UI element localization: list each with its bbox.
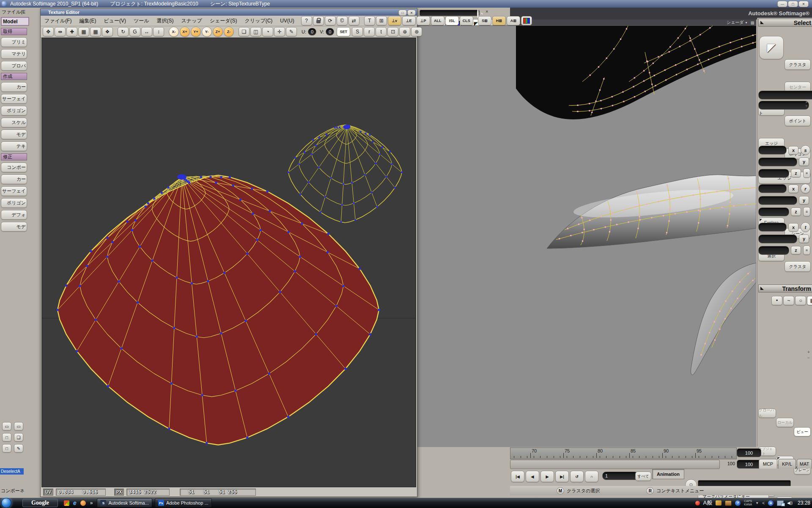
plus-icon[interactable]: + xyxy=(807,350,810,354)
audio-button[interactable]: ∩ xyxy=(585,471,598,482)
sidebar-item-2-1[interactable]: カー xyxy=(1,174,27,184)
axis-button-x[interactable]: x xyxy=(788,223,798,232)
te-menu-4[interactable]: 選択(S) xyxy=(157,17,174,25)
pivot-icon[interactable]: ⊕ xyxy=(399,27,410,36)
set-button[interactable]: SET xyxy=(337,27,350,36)
tray-collapse-icon[interactable]: < xyxy=(762,501,765,505)
viewport-grid-icon[interactable]: ▦ xyxy=(751,20,754,25)
sidebar-item-0-0[interactable]: プリミ xyxy=(1,37,27,47)
rotate-x-minus-button[interactable]: X- xyxy=(169,27,179,37)
animation-dropdown[interactable]: Animation xyxy=(652,469,684,479)
transform-field-t-x[interactable] xyxy=(758,223,787,232)
copyright-icon[interactable]: © xyxy=(337,16,348,25)
match-uv-alt-icon[interactable]: ▦ xyxy=(90,27,101,36)
tab-mcp[interactable]: MCP xyxy=(759,459,777,469)
rotate-tool-button[interactable]: r xyxy=(364,27,375,36)
caps-kana-indicator[interactable]: CAPSKANA xyxy=(744,500,752,506)
end-frame-box[interactable]: 100 xyxy=(737,448,761,457)
prev-frame-button[interactable]: ◀ xyxy=(526,471,539,482)
proj-planar-icon[interactable]: ✛ xyxy=(274,27,285,36)
alert-tray-icon[interactable] xyxy=(695,501,700,505)
axis-button-z[interactable]: z xyxy=(791,246,801,254)
taskbar-task-0[interactable]: SAutodesk Softima... xyxy=(97,498,152,508)
uv-add-icon[interactable]: ✚ xyxy=(66,27,77,36)
refresh-icon[interactable]: ⟳ xyxy=(325,16,336,25)
swatch2-icon[interactable]: □ xyxy=(2,444,11,453)
a-tray-icon[interactable]: a xyxy=(768,500,774,506)
launcher-orange-icon[interactable] xyxy=(80,500,86,506)
current-frame-field[interactable]: 1 xyxy=(602,472,639,480)
selection-field[interactable] xyxy=(758,91,812,99)
r-transform-button[interactable]: r xyxy=(801,184,810,193)
flip-v-icon[interactable]: ↕ xyxy=(153,27,164,36)
maximize-button[interactable]: □ xyxy=(788,1,798,7)
pin-v-icon[interactable]: ⊥v xyxy=(388,16,401,25)
scale-tool-button[interactable]: S xyxy=(352,27,363,36)
snap-grid-icon[interactable]: ▦ xyxy=(807,296,812,305)
deselect-all-button[interactable]: DeselectA xyxy=(0,468,24,475)
text-tool-icon[interactable]: T xyxy=(364,16,375,25)
stack-icon[interactable]: ≡ xyxy=(803,246,810,255)
sidebar-section-0[interactable]: 取得 xyxy=(1,28,27,35)
transform-field-t-y[interactable] xyxy=(758,235,797,243)
chevron-down-icon[interactable]: ▾ xyxy=(746,21,747,25)
search-input[interactable] xyxy=(420,10,480,16)
transform-field-r-x[interactable] xyxy=(758,184,787,193)
loop-button[interactable]: ↺ xyxy=(570,471,584,482)
transform-field-t-z[interactable] xyxy=(758,246,789,255)
layer-toggle-icon[interactable]: ▭ xyxy=(2,422,11,431)
axis-button-y[interactable]: y xyxy=(799,235,809,243)
axis-button-z[interactable]: z xyxy=(791,207,801,216)
taskbar-task-1[interactable]: PsAdobe Photoshop ... xyxy=(155,498,212,508)
selection-field-2[interactable] xyxy=(758,101,809,110)
sidebar-item-2-0[interactable]: コンポー xyxy=(1,163,27,172)
uv-move-icon[interactable]: ✥ xyxy=(43,27,54,36)
layer-toggle2-icon[interactable]: ▭ xyxy=(14,422,23,431)
tray-caret-icon[interactable]: ▼ xyxy=(755,501,759,505)
v-field[interactable]: 0 xyxy=(326,28,334,36)
toolbox-tray-icon[interactable] xyxy=(725,500,732,506)
tab-kpl[interactable]: KP/L xyxy=(778,459,796,469)
viewport-canvas[interactable] xyxy=(417,26,756,447)
axis-button-y[interactable]: y xyxy=(799,196,809,204)
rotate-z-minus-button[interactable]: Z- xyxy=(224,27,234,37)
sidebar-item-2-4[interactable]: デフォ xyxy=(1,210,27,220)
select-cluster-button[interactable]: CLS xyxy=(460,16,473,25)
rotate-y-minus-button[interactable]: Y- xyxy=(202,27,212,37)
proj-cylinder-icon[interactable]: ◫ xyxy=(250,27,261,36)
sample-grid-icon[interactable]: S⊞ xyxy=(478,16,491,25)
heal-grid-icon[interactable]: H⊞ xyxy=(492,16,506,25)
sidebar-item-2-2[interactable]: サーフェイ xyxy=(1,186,27,196)
go-end-button[interactable]: ▶| xyxy=(555,471,569,482)
swatch-icon[interactable]: □ xyxy=(2,433,11,442)
cluster-button[interactable]: クラスタ xyxy=(785,59,811,70)
ime-mode-indicator[interactable]: A般 xyxy=(703,499,713,507)
transform-field-s-y[interactable] xyxy=(758,157,797,166)
point-button[interactable]: ポイント xyxy=(785,116,811,126)
transform-field-s-z[interactable] xyxy=(758,169,789,178)
next-frame-button[interactable]: ▶ xyxy=(540,471,554,482)
rotate-x-plus-button[interactable]: X+ xyxy=(180,27,190,37)
te-menu-5[interactable]: スナップ xyxy=(181,17,202,25)
te-menu-8[interactable]: UV(U) xyxy=(280,18,294,24)
minus-icon[interactable]: − xyxy=(807,356,810,360)
shader-tab[interactable]: シェーダ xyxy=(727,19,744,25)
snap-region-icon[interactable]: ○ xyxy=(795,296,806,305)
sidebar-item-1-1[interactable]: サーフェイ xyxy=(1,94,27,104)
proj-sphere-icon[interactable]: ◔ xyxy=(262,27,273,36)
proj-cube-icon[interactable]: ❏ xyxy=(239,27,250,36)
te-menu-0[interactable]: ファイル(F) xyxy=(44,17,71,25)
google-search-deskband[interactable]: Google xyxy=(22,499,58,507)
start-button[interactable] xyxy=(1,498,11,508)
sidebar-item-0-1[interactable]: マテリ xyxy=(1,49,27,59)
rgb-display-icon[interactable] xyxy=(521,16,532,25)
island-pivot-icon[interactable]: ⊡ xyxy=(387,27,398,36)
sidebar-item-1-0[interactable]: カー xyxy=(1,82,27,92)
mode-selector[interactable]: Model xyxy=(1,17,29,26)
texture-editor-titlebar[interactable]: Texture Editor □ × xyxy=(41,9,417,16)
pivot-view-icon[interactable]: ⊛ xyxy=(411,27,422,36)
te-menu-2[interactable]: ビュー(V) xyxy=(104,17,126,25)
tab-mat[interactable]: MAT xyxy=(797,459,812,469)
sidebar-section-1[interactable]: 作成 xyxy=(1,73,27,80)
pin-p-icon[interactable]: ⊥P xyxy=(417,16,430,25)
